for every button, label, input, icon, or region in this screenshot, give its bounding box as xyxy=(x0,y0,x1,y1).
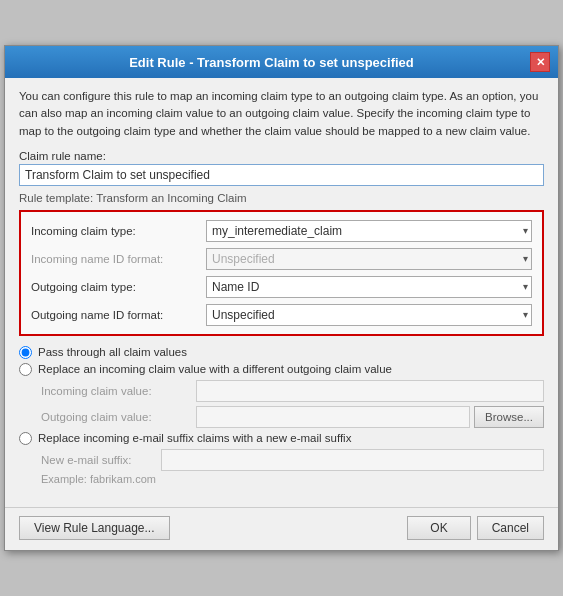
new-email-suffix-input[interactable] xyxy=(161,449,544,471)
incoming-claim-value-row: Incoming claim value: xyxy=(41,380,544,402)
cancel-button[interactable]: Cancel xyxy=(477,516,544,540)
radio-section: Pass through all claim values Replace an… xyxy=(19,346,544,485)
claim-config-box: Incoming claim type: my_interemediate_cl… xyxy=(19,210,544,336)
description-text: You can configure this rule to map an in… xyxy=(19,88,544,140)
dialog-content: You can configure this rule to map an in… xyxy=(5,78,558,503)
dialog-title: Edit Rule - Transform Claim to set unspe… xyxy=(13,55,530,70)
radio-pass-through-row: Pass through all claim values xyxy=(19,346,544,359)
outgoing-claim-type-select[interactable]: Name ID xyxy=(206,276,532,298)
outgoing-claim-value-input[interactable] xyxy=(196,406,470,428)
outgoing-claim-type-row: Outgoing claim type: Name ID ▾ xyxy=(31,276,532,298)
claim-rule-name-label: Claim rule name: xyxy=(19,150,544,162)
incoming-name-id-format-wrapper: Unspecified ▾ xyxy=(206,248,532,270)
incoming-claim-type-select[interactable]: my_interemediate_claim xyxy=(206,220,532,242)
rule-template-label: Rule template: Transform an Incoming Cla… xyxy=(19,192,544,204)
incoming-claim-value-label: Incoming claim value: xyxy=(41,385,196,397)
example-text: Example: fabrikam.com xyxy=(41,473,544,485)
bottom-bar: View Rule Language... OK Cancel xyxy=(5,507,558,550)
outgoing-claim-value-row: Outgoing claim value: Browse... xyxy=(41,406,544,428)
incoming-name-id-format-label: Incoming name ID format: xyxy=(31,253,206,265)
incoming-claim-type-row: Incoming claim type: my_interemediate_cl… xyxy=(31,220,532,242)
radio-replace[interactable] xyxy=(19,363,32,376)
claim-rule-name-input[interactable] xyxy=(19,164,544,186)
radio-replace-email[interactable] xyxy=(19,432,32,445)
radio-replace-row: Replace an incoming claim value with a d… xyxy=(19,363,544,376)
outgoing-name-id-format-select[interactable]: Unspecified xyxy=(206,304,532,326)
outgoing-name-id-format-label: Outgoing name ID format: xyxy=(31,309,206,321)
ok-cancel-group: OK Cancel xyxy=(407,516,544,540)
outgoing-name-id-format-row: Outgoing name ID format: Unspecified ▾ xyxy=(31,304,532,326)
view-rule-button[interactable]: View Rule Language... xyxy=(19,516,170,540)
radio-replace-email-row: Replace incoming e-mail suffix claims wi… xyxy=(19,432,544,445)
incoming-claim-type-wrapper: my_interemediate_claim ▾ xyxy=(206,220,532,242)
claim-rule-name-group: Claim rule name: xyxy=(19,150,544,186)
title-bar: Edit Rule - Transform Claim to set unspe… xyxy=(5,46,558,78)
outgoing-claim-value-label: Outgoing claim value: xyxy=(41,411,196,423)
outgoing-claim-type-label: Outgoing claim type: xyxy=(31,281,206,293)
incoming-claim-value-input[interactable] xyxy=(196,380,544,402)
new-email-suffix-label: New e-mail suffix: xyxy=(41,454,161,466)
radio-pass-through-label: Pass through all claim values xyxy=(38,346,187,358)
outgoing-name-id-format-wrapper: Unspecified ▾ xyxy=(206,304,532,326)
radio-pass-through[interactable] xyxy=(19,346,32,359)
ok-button[interactable]: OK xyxy=(407,516,470,540)
browse-button[interactable]: Browse... xyxy=(474,406,544,428)
close-button[interactable]: ✕ xyxy=(530,52,550,72)
radio-replace-email-label: Replace incoming e-mail suffix claims wi… xyxy=(38,432,351,444)
outgoing-claim-type-wrapper: Name ID ▾ xyxy=(206,276,532,298)
new-email-suffix-row: New e-mail suffix: xyxy=(41,449,544,471)
incoming-claim-type-label: Incoming claim type: xyxy=(31,225,206,237)
incoming-name-id-format-select[interactable]: Unspecified xyxy=(206,248,532,270)
edit-rule-dialog: Edit Rule - Transform Claim to set unspe… xyxy=(4,45,559,551)
radio-replace-label: Replace an incoming claim value with a d… xyxy=(38,363,392,375)
incoming-name-id-format-row: Incoming name ID format: Unspecified ▾ xyxy=(31,248,532,270)
